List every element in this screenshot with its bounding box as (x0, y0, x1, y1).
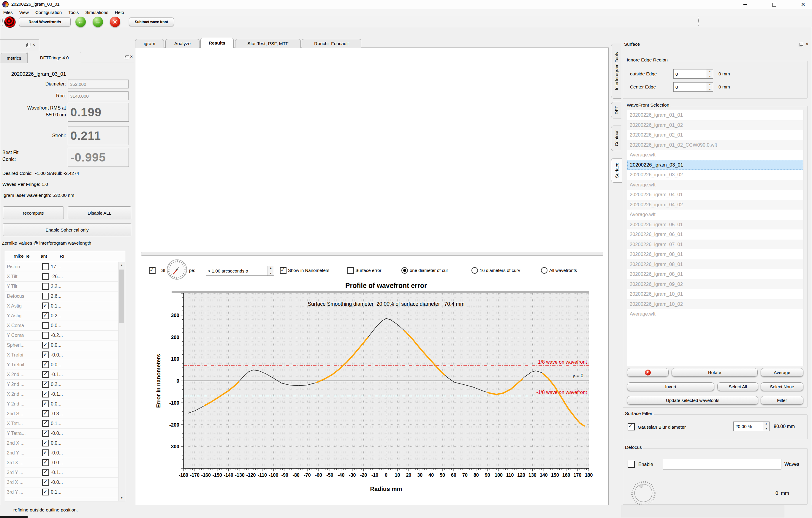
zernike-enable-checkbox[interactable] (42, 293, 49, 299)
tab-metrics[interactable]: metrics (1, 53, 27, 63)
zernike-row[interactable]: Y 2nd ...0.0... (5, 399, 118, 409)
vtab-contour[interactable]: Contour (611, 125, 621, 151)
zernike-enable-checkbox[interactable] (42, 332, 49, 339)
zernike-row[interactable]: X Trefoi-0.0... (5, 350, 118, 360)
zernike-row[interactable]: Y Trefoil0.0... (5, 360, 118, 370)
gaussian-percent-spinbox[interactable]: 20,00 % (733, 422, 770, 431)
disable-all-button[interactable]: Disable ALL (68, 206, 131, 219)
zernike-row[interactable]: 2nd X ...0.0... (5, 438, 118, 448)
one-diameter-radio[interactable] (401, 267, 408, 274)
wavefront-list-item[interactable]: 20200226_igram_03_01 (627, 160, 803, 170)
zernike-row[interactable]: Y 2nd ...0.2... (5, 379, 118, 390)
zernike-enable-checkbox[interactable] (42, 263, 49, 270)
horizontal-splitter[interactable] (141, 252, 603, 256)
defocus-knob[interactable] (631, 480, 656, 506)
spin-arrows-icon[interactable] (267, 266, 274, 276)
defocus-input[interactable] (663, 459, 781, 470)
subtract-wavefront-button[interactable]: Subtract wave front (129, 18, 174, 26)
wavefront-list-item[interactable]: 20200226_igram_08_01 (627, 259, 803, 269)
zernike-row[interactable]: Defocus2.6... (5, 291, 118, 301)
zernike-enable-checkbox[interactable] (42, 430, 49, 437)
zernike-row[interactable]: Y Tilt2.2... (5, 281, 118, 291)
wavefront-list-item[interactable]: 20200226_igram_02_01 (627, 130, 803, 140)
tab-star-test[interactable]: Star Test, PSF, MTF (235, 39, 301, 48)
zernike-enable-checkbox[interactable] (42, 450, 49, 456)
rotate-button[interactable]: Rotate (672, 368, 758, 377)
zernike-row[interactable]: X Tilt-26.... (5, 271, 118, 282)
wavefront-list-item[interactable]: 20200226_igram_01_02_CCW090.0.wft (627, 140, 803, 150)
tab-igram[interactable]: igram (135, 39, 164, 48)
zernike-enable-checkbox[interactable] (42, 361, 49, 368)
gaussian-blur-checkbox[interactable] (628, 423, 635, 430)
wavefront-list-item[interactable]: 20200226_igram_03_02 (627, 170, 803, 180)
center-edge-spinbox[interactable]: 0 (673, 82, 713, 92)
wavefront-list-item[interactable]: 20200226_igram_01_01 (627, 110, 803, 120)
zernike-row[interactable]: X Tetr...0.1... (5, 419, 118, 429)
defocus-enable-checkbox[interactable] (628, 461, 635, 468)
filter-button[interactable]: Filter (761, 396, 803, 405)
update-selected-button[interactable]: Update selected wavefonts (627, 396, 758, 405)
zernike-enable-checkbox[interactable] (42, 381, 49, 388)
restore-button[interactable] (765, 0, 783, 9)
wavefront-list[interactable]: 20200226_igram_01_0120200226_igram_01_02… (627, 110, 803, 366)
wavefront-list-item[interactable]: Average.wft (627, 180, 803, 190)
zernike-scrollbar[interactable]: ▲ ▼ (118, 262, 125, 501)
show-nanometers-checkbox[interactable] (280, 267, 287, 274)
zernike-enable-checkbox[interactable] (42, 351, 49, 358)
zernike-enable-checkbox[interactable] (42, 303, 49, 309)
zernike-row[interactable]: Spheri...0.0... (5, 340, 118, 350)
menu-view[interactable]: View (16, 10, 32, 15)
menu-simulations[interactable]: Simulations (82, 10, 112, 15)
wavefront-list-item[interactable]: 20200226_igram_01_02 (627, 120, 803, 130)
zernike-enable-checkbox[interactable] (42, 283, 49, 290)
slope-threshold-value[interactable]: > 1,00 arcseconds o (206, 266, 267, 276)
zernike-enable-checkbox[interactable] (42, 469, 49, 476)
wavefront-list-item[interactable]: 20200226_igram_10_01 (627, 289, 803, 299)
menu-tools[interactable]: Tools (65, 10, 82, 15)
fringe-view-icon[interactable] (4, 16, 16, 28)
menu-files[interactable]: Files (0, 10, 16, 15)
tab-analyze[interactable]: Analyze (165, 39, 200, 48)
surface-error-checkbox[interactable] (347, 267, 354, 274)
spin-arrows-icon[interactable] (706, 83, 713, 91)
menu-configuration[interactable]: Configuration (32, 10, 65, 15)
minimize-button[interactable] (736, 0, 754, 9)
zernike-row[interactable]: X 2nd ...-0.1... (5, 389, 118, 399)
wavefront-list-item[interactable]: Average.wft (627, 150, 803, 160)
sixteen-diameters-radio[interactable] (471, 267, 478, 274)
tab-dftfringe[interactable]: DFTFringe 4.0 (27, 52, 81, 63)
zernike-row[interactable]: Y Coma-0.2... (5, 330, 118, 341)
scroll-up-icon[interactable]: ▲ (118, 262, 125, 268)
close-panel-icon[interactable]: × (130, 55, 133, 59)
vtab-dft[interactable]: DFT (611, 102, 621, 118)
delete-wavefront-button[interactable]: ✕ (110, 17, 120, 27)
close-surface-panel-icon[interactable]: × (806, 42, 808, 46)
enable-spherical-button[interactable]: Enable Spherical only (3, 223, 131, 236)
zernike-enable-checkbox[interactable] (42, 273, 49, 280)
zernike-row[interactable]: X 2nd ...-0.1... (5, 370, 118, 380)
zernike-enable-checkbox[interactable] (42, 440, 49, 447)
zernike-enable-checkbox[interactable] (42, 391, 49, 398)
zernike-enable-checkbox[interactable] (42, 489, 49, 495)
wavefront-list-item[interactable]: 20200226_igram_04_02 (627, 200, 803, 210)
delete-selected-button[interactable]: ✗ (627, 368, 669, 377)
roc-field[interactable]: 3140.000 (68, 91, 128, 100)
zernike-row[interactable]: Y Tetra...-0.0... (5, 428, 118, 438)
zernike-enable-checkbox[interactable] (42, 342, 49, 348)
zernike-row[interactable]: 2nd S...-0.3... (5, 409, 118, 419)
previous-wavefront-button[interactable]: ← (76, 17, 86, 27)
slope-threshold-spinbox[interactable]: > 1,00 arcseconds o (206, 266, 274, 276)
wavefront-list-item[interactable]: 20200226_igram_05_01 (627, 220, 803, 230)
next-wavefront-button[interactable]: → (93, 17, 103, 27)
wavefront-list-item[interactable]: 20200226_igram_08_01 (627, 249, 803, 259)
zernike-enable-checkbox[interactable] (42, 312, 49, 319)
zernike-row[interactable]: 3rd X ...-0.0... (5, 458, 118, 468)
diameter-field[interactable]: 352.000 (68, 80, 128, 88)
wavefront-list-item[interactable]: 20200226_igram_09_02 (627, 279, 803, 289)
tab-results[interactable]: Results (200, 38, 234, 48)
all-wavefronts-radio[interactable] (541, 267, 548, 274)
select-all-button[interactable]: Select All (717, 382, 758, 391)
slope-checkbox[interactable] (149, 267, 155, 274)
float-dock-icon[interactable] (26, 44, 30, 47)
wavefront-list-item[interactable]: Average.wft (627, 209, 803, 220)
